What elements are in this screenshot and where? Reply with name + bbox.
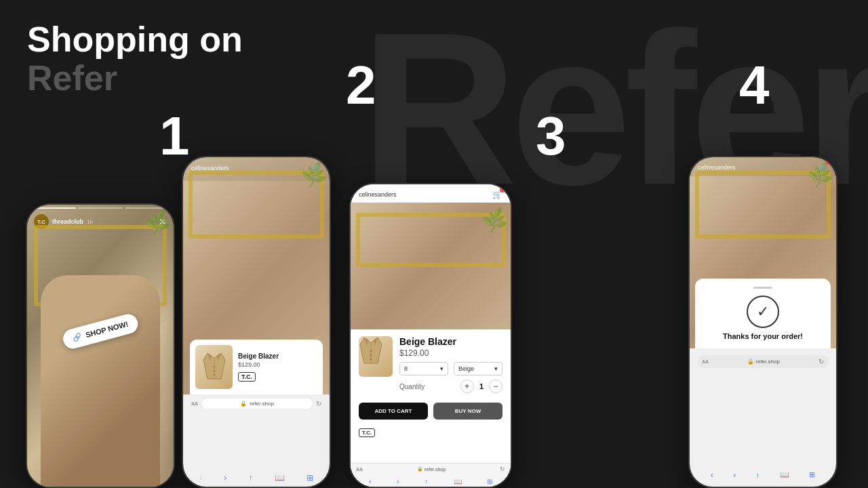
refresh-icon-4[interactable]: ↻ <box>818 358 824 365</box>
phone-4-story-area: 🌿 celinesanders 🛒 ✓ Thanks for your orde… <box>690 157 836 348</box>
browser-url-bar[interactable]: 🔒 refer.shop <box>202 399 312 409</box>
refresh-icon[interactable]: ↻ <box>316 400 321 407</box>
product-price: $129.00 <box>238 361 317 368</box>
story-username: threadclub <box>52 218 83 225</box>
phone-3-cart[interactable]: 🛒 <box>492 190 502 199</box>
phone-2-wrapper: 🌿 celinesanders 🛒 <box>182 156 331 488</box>
detail-blazer-svg <box>359 336 383 366</box>
size-chevron-icon: ▾ <box>440 365 443 372</box>
nav-forward-icon[interactable]: › <box>224 473 226 483</box>
phone-4-cart[interactable]: 🛒 <box>818 163 828 172</box>
svg-point-1 <box>213 370 215 372</box>
nav-back-3[interactable]: ‹ <box>369 477 372 485</box>
add-to-cart-button[interactable]: ADD TO CART <box>359 403 428 420</box>
nav-bookmarks-icon[interactable]: 📖 <box>275 473 285 483</box>
product-card[interactable]: Beige Blazer $129.00 T.C. <box>190 340 323 394</box>
product-info: Beige Blazer $129.00 T.C. <box>238 352 317 382</box>
browser-url-4[interactable]: 🔒 refer.shop <box>747 359 780 365</box>
phone-3-image-area: 🌿 <box>351 203 511 329</box>
url-text-4: refer.shop <box>755 359 780 365</box>
url-text-3: refer.shop <box>425 467 446 472</box>
phone-2-content: 🌿 celinesanders 🛒 <box>183 157 330 487</box>
size-selector[interactable]: 8 ▾ <box>399 362 448 375</box>
phone-1-content: T.C threadclub 1h ✕ 🌿 🔗 SHOP NOW! <box>27 205 174 487</box>
nav-tabs-3[interactable]: ⊞ <box>487 478 492 485</box>
phone-2-browser-bar: AA 🔒 refer.shop ↻ ‹ › ↑ 📖 ⊞ <box>183 394 330 487</box>
phone-3-nav: ‹ › ↑ 📖 ⊞ <box>351 475 511 487</box>
link-icon: 🔗 <box>71 332 83 342</box>
nav-bookmarks-3[interactable]: 📖 <box>454 478 462 485</box>
phone-4-wrapper: 🌿 celinesanders 🛒 ✓ Thanks for your orde… <box>688 156 837 488</box>
quantity-value: 1 <box>479 382 484 390</box>
product-thumbnail <box>195 345 233 389</box>
phone-4-cart-badge <box>826 160 831 165</box>
progress-bar-2 <box>78 207 123 209</box>
phone-3-content: celinesanders 🛒 🌿 <box>351 184 511 487</box>
nav-forward-4[interactable]: › <box>733 470 736 480</box>
buy-now-button[interactable]: BUY NOW <box>433 403 502 420</box>
quantity-label: Quantity <box>399 383 455 390</box>
nav-share-4[interactable]: ↑ <box>756 471 760 479</box>
detail-brand-badge: T.C. <box>359 428 375 437</box>
svg-point-3 <box>370 350 372 352</box>
phone-2-header: celinesanders 🛒 <box>191 163 321 173</box>
header: Shopping on Refer <box>27 20 243 98</box>
brand-badge: T.C. <box>238 372 256 382</box>
browser-nav: ‹ › ↑ 📖 ⊞ <box>189 472 324 484</box>
phone-4-header: celinesanders 🛒 <box>698 163 828 172</box>
svg-point-5 <box>370 359 372 361</box>
nav-forward-3[interactable]: › <box>397 477 399 485</box>
phone-3-header: celinesanders 🛒 <box>351 184 511 203</box>
quantity-minus-button[interactable]: − <box>489 380 502 393</box>
size-value: 8 <box>404 365 408 372</box>
nav-tabs-icon[interactable]: ⊞ <box>307 473 313 483</box>
svg-point-2 <box>213 374 215 376</box>
lock-icon: 🔒 <box>240 401 247 407</box>
browser-aa-4: AA <box>702 359 709 364</box>
detail-product-name: Beige Blazer <box>399 336 502 347</box>
step-2-number: 2 <box>346 54 376 117</box>
phone-4: 🌿 celinesanders 🛒 ✓ Thanks for your orde… <box>688 156 837 488</box>
nav-back-4[interactable]: ‹ <box>711 470 713 480</box>
detail-info: Beige Blazer $129.00 8 ▾ Beige ▾ <box>399 336 502 397</box>
refresh-icon-3[interactable]: ↻ <box>500 466 505 472</box>
step-1-number: 1 <box>159 105 190 167</box>
lock-icon-4: 🔒 <box>747 359 754 365</box>
action-buttons: ADD TO CART BUY NOW <box>359 403 502 420</box>
nav-back-icon[interactable]: ‹ <box>199 473 202 483</box>
svg-point-0 <box>213 366 215 368</box>
color-value: Beige <box>458 365 474 372</box>
quantity-plus-button[interactable]: + <box>460 380 474 393</box>
product-name: Beige Blazer <box>238 352 317 360</box>
svg-point-4 <box>370 354 372 357</box>
phone-4-browser-area: AA 🔒 refer.shop ↻ ‹ › ↑ 📖 ⊞ <box>690 348 836 487</box>
phone-1-wrapper: T.C threadclub 1h ✕ 🌿 🔗 SHOP NOW! <box>26 203 175 488</box>
progress-bar-1 <box>31 207 76 209</box>
nav-share-3[interactable]: ↑ <box>425 478 428 485</box>
phone-2: 🌿 celinesanders 🛒 <box>182 156 331 488</box>
cart-badge <box>500 187 505 192</box>
phone-4-username: celinesanders <box>698 164 736 171</box>
thanks-text: Thanks for your order! <box>723 332 803 340</box>
color-selector[interactable]: Beige ▾ <box>454 362 502 375</box>
browser-aa-3: AA <box>356 467 363 472</box>
browser-url-3[interactable]: 🔒 refer.shop <box>417 466 446 472</box>
phone-4-content: 🌿 celinesanders 🛒 ✓ Thanks for your orde… <box>690 157 836 487</box>
nav-bookmarks-4[interactable]: 📖 <box>780 470 789 479</box>
phone-2-story-area: 🌿 celinesanders 🛒 <box>183 157 330 394</box>
url-text: refer.shop <box>250 401 274 407</box>
phone-2-cart-icon[interactable]: 🛒 <box>311 163 321 173</box>
brand-name: Refer <box>27 59 243 98</box>
confirmation-card: ✓ Thanks for your order! <box>695 279 831 348</box>
phone-1: T.C threadclub 1h ✕ 🌿 🔗 SHOP NOW! <box>26 203 175 488</box>
detail-thumbnail <box>359 336 393 377</box>
phone-3-details: Beige Blazer $129.00 8 ▾ Beige ▾ <box>351 329 511 463</box>
blazer-svg <box>202 352 226 382</box>
step-4-number: 4 <box>739 54 770 117</box>
selectors-row: 8 ▾ Beige ▾ <box>399 362 502 375</box>
nav-share-icon[interactable]: ↑ <box>248 473 252 483</box>
step-3-number: 3 <box>536 105 566 167</box>
nav-tabs-4[interactable]: ⊞ <box>809 470 815 479</box>
phone-2-username: celinesanders <box>191 165 229 171</box>
detail-row: Beige Blazer $129.00 8 ▾ Beige ▾ <box>359 336 502 397</box>
